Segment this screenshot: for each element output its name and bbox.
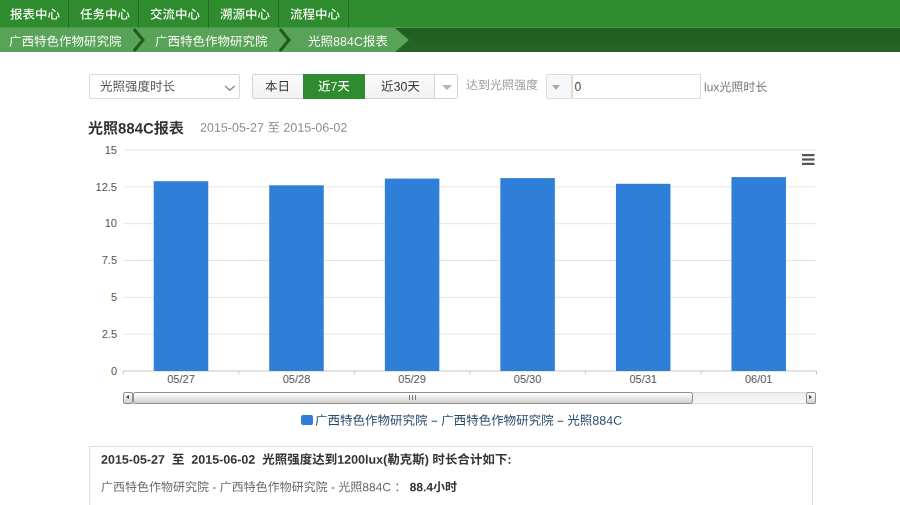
- svg-text:0: 0: [111, 365, 117, 377]
- svg-text:05/29: 05/29: [398, 373, 426, 385]
- svg-text:7.5: 7.5: [102, 254, 117, 266]
- svg-text:12.5: 12.5: [96, 181, 117, 193]
- svg-text:15: 15: [105, 144, 117, 156]
- svg-text:10: 10: [105, 217, 117, 229]
- svg-text:5: 5: [111, 291, 117, 303]
- svg-text:05/30: 05/30: [514, 373, 542, 385]
- svg-text:05/28: 05/28: [283, 373, 311, 385]
- svg-text:05/31: 05/31: [629, 373, 657, 385]
- svg-text:2.5: 2.5: [102, 328, 117, 340]
- svg-text:06/01: 06/01: [745, 373, 773, 385]
- svg-text:05/27: 05/27: [167, 373, 195, 385]
